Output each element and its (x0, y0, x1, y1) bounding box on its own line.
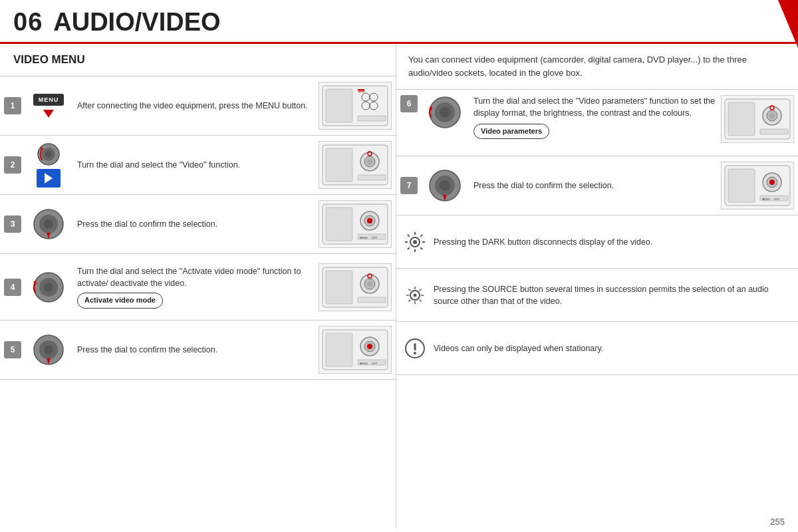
svg-point-34 (44, 283, 53, 292)
step-3-row: 3 Press the dial to confirm the selectio… (0, 195, 396, 254)
svg-point-100 (414, 352, 416, 354)
step-4-diagram (319, 263, 392, 311)
step-1-icon: MENU (25, 94, 72, 118)
step-2-text: Turn the dial and select the "Video" fun… (72, 159, 319, 171)
svg-text:LIST: LIST (372, 362, 378, 365)
step-5-diagram: MENU LIST (319, 326, 392, 374)
right-top-desc: You can connect video equipment (camcord… (396, 44, 798, 90)
svg-rect-6 (358, 116, 386, 121)
svg-text:MENU: MENU (357, 90, 365, 93)
info-stationary-row: Videos can only be displayed when statio… (396, 322, 798, 375)
svg-point-68 (440, 180, 450, 191)
svg-rect-19 (358, 175, 386, 180)
stationary-text: Videos can only be displayed when statio… (434, 342, 791, 354)
svg-point-17 (367, 159, 372, 164)
video-params-badge: Video parameters (473, 124, 549, 140)
step-7-icon (422, 168, 468, 203)
chapter-number: 06 (13, 8, 43, 37)
step-4-row: 4 Turn the dial and select the "Activate… (0, 254, 396, 321)
activate-video-badge: Activate video mode (77, 293, 163, 309)
step-1-row: 1 MENU After connecting the video equipm… (0, 76, 396, 136)
source-button-text: Pressing the SOURCE button several times… (434, 283, 791, 307)
main-content: VIDEO MENU 1 MENU After connecting the v… (0, 44, 798, 528)
right-description: You can connect video equipment (camcord… (408, 55, 747, 78)
svg-point-63 (769, 113, 775, 118)
svg-text:LIST: LIST (372, 236, 378, 239)
step-2-row: 2 Turn the dial and select th (0, 136, 396, 195)
step-4-icon (25, 271, 72, 304)
step-3-num: 3 (4, 215, 21, 233)
step-7-row: 7 Press the dial to confirm the selectio… (396, 156, 798, 215)
arrow-down-icon (43, 110, 54, 118)
svg-line-93 (409, 289, 411, 291)
step-7-text: Press the dial to confirm the selection. (468, 180, 721, 192)
info-source-row: Pressing the SOURCE button several times… (396, 269, 798, 322)
step-1-num: 1 (4, 97, 21, 114)
svg-point-87 (413, 240, 417, 244)
svg-line-85 (420, 235, 422, 237)
step-6-text: Turn the dial and select the "Video para… (468, 95, 721, 139)
svg-point-22 (44, 219, 53, 229)
step-3-diagram: MENU LIST (319, 200, 392, 248)
dark-button-icon (403, 230, 427, 254)
step-3-icon (25, 207, 72, 241)
svg-rect-37 (326, 271, 352, 304)
svg-rect-25 (326, 207, 352, 241)
svg-text:MENU: MENU (360, 362, 368, 365)
svg-rect-14 (326, 148, 352, 182)
svg-point-45 (44, 345, 53, 354)
svg-point-11 (45, 151, 52, 158)
svg-rect-60 (728, 102, 755, 136)
page-number: 255 (770, 517, 785, 527)
warning-icon (403, 336, 427, 360)
video-icon (37, 169, 61, 188)
step-4-text: Turn the dial and select the "Activate v… (72, 265, 319, 309)
video-menu-title-cell: VIDEO MENU (0, 44, 396, 76)
step-7-num: 7 (400, 177, 418, 194)
step-7-diagram: MENU LIST (721, 162, 794, 209)
page-title: AUDIO/VIDEO (53, 8, 220, 37)
step-6-icon (422, 95, 468, 130)
step-5-icon (25, 333, 72, 366)
svg-rect-1 (326, 89, 352, 122)
svg-text:MENU: MENU (360, 236, 368, 239)
svg-rect-71 (728, 169, 755, 202)
step-1-text: After connecting the video equipment, pr… (72, 100, 319, 112)
svg-line-96 (409, 299, 411, 301)
page-header: 06 AUDIO/VIDEO (0, 0, 798, 44)
source-button-icon (403, 283, 427, 307)
step-6-num: 6 (400, 95, 418, 112)
step-6-diagram (721, 95, 794, 143)
step-5-num: 5 (4, 341, 21, 358)
svg-point-57 (440, 107, 450, 118)
svg-line-83 (408, 235, 410, 237)
svg-point-51 (367, 344, 372, 349)
left-panel: VIDEO MENU 1 MENU After connecting the v… (0, 44, 396, 528)
svg-point-40 (367, 281, 372, 287)
step-2-diagram (319, 141, 392, 189)
svg-line-86 (408, 247, 410, 249)
svg-point-28 (367, 218, 372, 223)
svg-rect-48 (326, 333, 352, 366)
svg-line-95 (420, 289, 422, 291)
svg-text:MENU: MENU (762, 198, 770, 201)
step-4-num: 4 (4, 279, 21, 296)
svg-rect-99 (414, 343, 416, 350)
video-menu-title: VIDEO MENU (13, 53, 85, 66)
right-panel: You can connect video equipment (camcord… (396, 44, 798, 528)
svg-point-74 (769, 180, 775, 185)
svg-rect-65 (760, 129, 788, 134)
step-2-icon (25, 142, 72, 188)
info-dark-row: Pressing the DARK button disconnects dis… (396, 215, 798, 269)
step-1-diagram: MENU (319, 82, 392, 130)
step-6-row: 6 Turn the dial and select the "Video pa… (396, 90, 798, 156)
step-3-text: Press the dial to confirm the selection. (72, 218, 319, 230)
svg-rect-42 (358, 297, 386, 303)
svg-line-94 (420, 299, 422, 301)
dark-button-text: Pressing the DARK button disconnects dis… (434, 236, 791, 248)
svg-point-97 (414, 293, 417, 297)
step-2-num: 2 (4, 156, 21, 174)
step-5-text: Press the dial to confirm the selection. (72, 344, 319, 356)
step-5-row: 5 Press the dial to confirm the selectio… (0, 321, 396, 380)
svg-text:LIST: LIST (774, 198, 780, 201)
